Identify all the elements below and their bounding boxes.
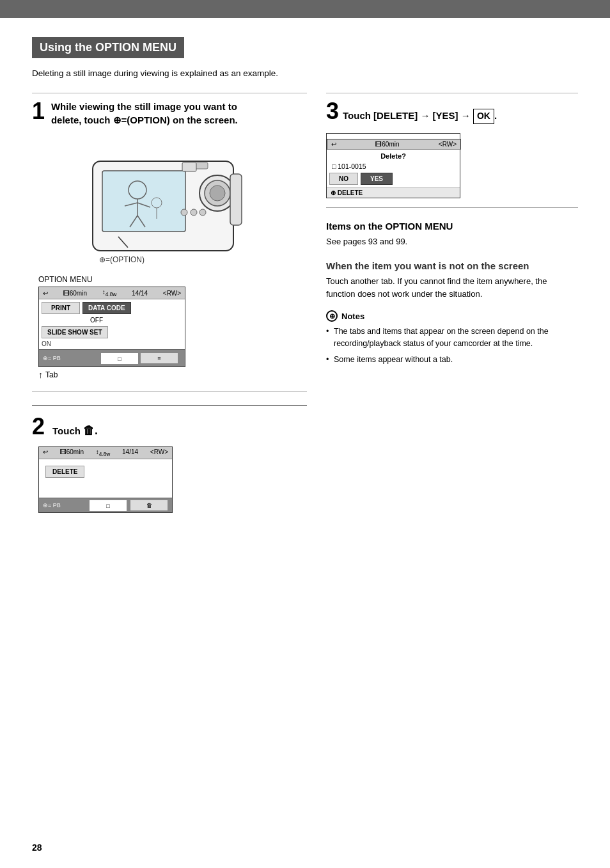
screen3-back: ↩ (331, 141, 336, 148)
notes-icon: ⊕ (326, 310, 338, 322)
confirm-btns: NO YES (327, 171, 460, 187)
option-symbol: ⊕=(OPTION) on the screen. (113, 114, 238, 125)
screen2-pb-label: ⊕= PB (43, 502, 61, 509)
step3-header: 3 Touch [DELETE] → [YES] → OK. (326, 93, 578, 124)
items-section: Items on the OPTION MENU See pages 93 an… (326, 221, 578, 248)
screen3-yes-btn[interactable]: YES (361, 173, 393, 185)
screen3-file: □ 101-0015 (327, 161, 460, 171)
notes-header-text: Notes (341, 312, 364, 321)
screen1-slideshow-btn[interactable]: SLIDE SHOW SET (42, 326, 108, 338)
step1-text: While viewing the still image you want t… (51, 100, 269, 127)
step2-number: 2 (32, 415, 45, 438)
screen1-extra: ↕4.8w (102, 288, 117, 297)
screen2-tab-1[interactable]: □ (89, 500, 127, 511)
tab-arrow-icon: ↑ (38, 370, 43, 380)
screen3-delete-label: ⊕ DELETE (327, 187, 460, 198)
page-number: 28 (32, 842, 42, 853)
svg-rect-14 (230, 174, 242, 225)
camera-illustration: ⊕=(OPTION) (80, 136, 259, 270)
option-menu-screen: ↩ 🎞60min ↕4.8w 14/14 <RW> PRINT DATA COD… (38, 287, 185, 367)
screen3-time: 🎞60min (375, 141, 399, 148)
step3-text: Touch [DELETE] → [YES] → OK. (343, 109, 497, 124)
right-column: 3 Touch [DELETE] → [YES] → OK. ↩ 🎞60min … (326, 93, 578, 513)
notes-section: ⊕ Notes The tabs and items that appear o… (326, 310, 578, 365)
screen2-delete-btn[interactable]: DELETE (45, 466, 84, 478)
screen2-tab-2[interactable]: 🗑 (130, 500, 168, 511)
intro-text: Deleting a still image during viewing is… (32, 67, 578, 80)
screen2-extra: ↕4.8w (96, 448, 111, 457)
screen3-title: Delete? (327, 150, 460, 161)
step1-number: 1 (32, 100, 45, 123)
svg-rect-1 (102, 171, 185, 232)
screen1-datacode-btn[interactable]: DATA CODE (82, 302, 131, 314)
screen2-counter: 14/14 (122, 448, 138, 457)
screen3-no-btn[interactable]: NO (329, 173, 358, 185)
svg-point-15 (191, 209, 197, 216)
svg-point-12 (210, 185, 225, 201)
step1-header: 1 While viewing the still image you want… (32, 93, 307, 127)
screen1-counter: 14/14 (132, 290, 148, 297)
screen1-btn2-state: OFF (90, 317, 103, 324)
screen1-back: ↩ (43, 290, 48, 297)
option-menu-label: OPTION MENU (38, 275, 307, 284)
items-section-text: See pages 93 and 99. (326, 235, 578, 248)
when-section: When the item you want is not on the scr… (326, 260, 578, 300)
step3-number: 3 (326, 100, 339, 123)
screen1-print-btn[interactable]: PRINT (42, 302, 80, 314)
screen2-rw: <RW> (150, 448, 168, 457)
svg-rect-13 (195, 162, 208, 169)
svg-rect-18 (182, 162, 196, 171)
screen1-time: 🎞60min (63, 290, 87, 297)
tab-label: Tab (45, 370, 58, 379)
trash-icon: 🗑. (83, 424, 98, 437)
screen1-pb-label: ⊕= PB (43, 355, 61, 361)
ok-box: OK (473, 109, 494, 124)
screen3-rw: <RW> (439, 141, 457, 148)
svg-point-16 (199, 209, 206, 216)
svg-point-17 (181, 209, 187, 216)
delete-screen: ↩ 🎞60min ↕4.8w 14/14 <RW> DELETE ⊕= PB (38, 446, 173, 513)
screen1-btn3-state: ON (39, 340, 185, 348)
top-bar (0, 0, 610, 18)
when-section-title: When the item you want is not on the scr… (326, 260, 578, 271)
screen-tab-1[interactable]: □ (100, 352, 139, 364)
items-section-title: Items on the OPTION MENU (326, 221, 578, 232)
left-column: 1 While viewing the still image you want… (32, 93, 307, 513)
notes-list: The tabs and items that appear on the sc… (326, 326, 578, 365)
screen2-time: 🎞60min (60, 448, 84, 457)
when-section-text: Touch another tab. If you cannot find th… (326, 275, 578, 300)
note-item-1: The tabs and items that appear on the sc… (326, 326, 578, 350)
confirm-screen: ↩ 🎞60min <RW> Delete? □ 101-0015 NO YES … (326, 133, 460, 198)
svg-text:⊕=(OPTION): ⊕=(OPTION) (99, 255, 145, 264)
screen-tab-2[interactable]: ≡ (140, 352, 178, 364)
note-item-2: Some items appear without a tab. (326, 354, 578, 366)
screen1-rw: <RW> (163, 290, 181, 297)
section-title: Using the OPTION MENU (32, 37, 184, 58)
screen2-back: ↩ (43, 448, 48, 457)
step2-text: Touch 🗑. (52, 423, 98, 439)
step2-section: 2 Touch 🗑. ↩ 🎞60min ↕4.8w 14/14 <RW> (32, 405, 307, 513)
tab-label-line: ↑ Tab (32, 367, 307, 383)
